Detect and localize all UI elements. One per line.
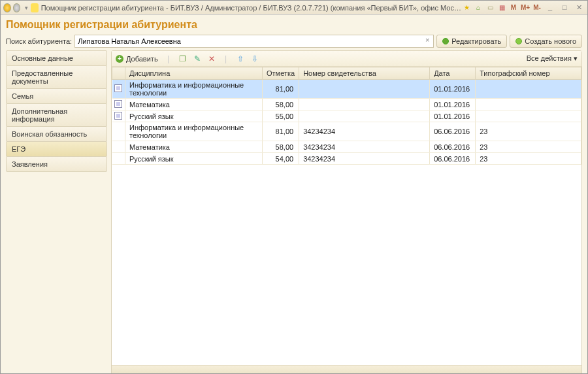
sidebar-item-6[interactable]: Заявления: [6, 156, 107, 172]
cell-mark: 58,00: [263, 99, 299, 110]
sidebar-item-3[interactable]: Дополнительная информация: [6, 103, 107, 127]
sidebar-item-5[interactable]: ЕГЭ: [6, 141, 107, 157]
document-icon: [114, 84, 122, 92]
cell-mark: 55,00: [263, 110, 299, 122]
plus-icon: [515, 38, 522, 44]
col-date[interactable]: Дата: [430, 67, 476, 80]
sidebar-item-4[interactable]: Воинская обязанность: [6, 126, 107, 142]
cell-mark: 81,00: [263, 122, 299, 141]
cell-date: 01.01.2016: [430, 99, 476, 110]
col-cert[interactable]: Номер свидетельства: [299, 67, 430, 80]
edit-button-label: Редактировать: [451, 37, 501, 45]
cell-mark: 58,00: [263, 141, 299, 153]
cell-discipline: Математика: [125, 99, 263, 110]
document-icon: [114, 100, 122, 108]
col-typo[interactable]: Типографский номер: [476, 67, 581, 80]
cell-typo: [476, 110, 581, 122]
row-icon-cell: [112, 80, 125, 99]
add-button-label: Добавить: [126, 55, 158, 63]
cell-discipline: Математика: [125, 141, 263, 153]
search-input[interactable]: [74, 35, 434, 48]
move-down-icon[interactable]: ⇩: [250, 54, 260, 63]
add-button[interactable]: + Добавить: [116, 55, 158, 63]
delete-icon[interactable]: ✕: [206, 54, 217, 63]
cell-mark: 54,00: [263, 153, 299, 165]
content-panel: + Добавить | ❐ ✎ ✕ | ⇧ ⇩ Все действия ▾: [111, 50, 582, 374]
row-icon-cell: [112, 99, 125, 110]
table-row[interactable]: Информатика и информационные технологии8…: [112, 122, 581, 141]
row-icon-cell: [112, 141, 125, 153]
document-icon: [114, 112, 122, 120]
search-row: Поиск абитуриента: × Редактировать Созда…: [6, 35, 582, 48]
toolbar: + Добавить | ❐ ✎ ✕ | ⇧ ⇩ Все действия ▾: [112, 51, 581, 67]
cell-discipline: Информатика и информационные технологии: [125, 122, 263, 141]
add-plus-icon: +: [116, 55, 123, 63]
search-label: Поиск абитуриента:: [6, 37, 72, 45]
cell-date: 06.06.2016: [430, 122, 476, 141]
cell-typo: [476, 80, 581, 99]
table-row[interactable]: Русский язык54,003423423406.06.201623: [112, 153, 581, 165]
col-mark[interactable]: Отметка: [263, 67, 299, 80]
cell-typo: 23: [476, 122, 581, 141]
all-actions-button[interactable]: Все действия ▾: [527, 54, 578, 63]
cell-date: 01.01.2016: [430, 80, 476, 99]
m-minus-icon[interactable]: M-: [532, 3, 542, 12]
copy-icon[interactable]: ❐: [178, 54, 188, 63]
row-icon-cell: [112, 122, 125, 141]
table-wrap[interactable]: Дисциплина Отметка Номер свидетельства Д…: [112, 67, 581, 365]
panel-icon[interactable]: ▭: [485, 3, 495, 12]
cell-date: 06.06.2016: [430, 141, 476, 153]
window-title: Помощник регистрации абитуриента - БИТ.В…: [41, 4, 462, 12]
cell-discipline: Русский язык: [125, 110, 263, 122]
cell-typo: 23: [476, 153, 581, 165]
row-icon-cell: [112, 153, 125, 165]
col-icon[interactable]: [112, 67, 125, 80]
create-new-button[interactable]: Создать нового: [510, 35, 582, 48]
cell-cert: [299, 110, 430, 122]
minimize-button[interactable]: _: [544, 3, 556, 12]
titlebar: ▾ Помощник регистрации абитуриента - БИТ…: [1, 1, 587, 15]
cell-discipline: Информатика и информационные технологии: [125, 80, 263, 99]
create-new-label: Создать нового: [525, 37, 576, 45]
cell-cert: 34234234: [299, 141, 430, 153]
move-up-icon[interactable]: ⇧: [235, 54, 246, 63]
favorite-icon[interactable]: ★: [462, 3, 471, 12]
app-favicon: [31, 3, 38, 12]
table-row[interactable]: Русский язык55,0001.01.2016: [112, 110, 581, 122]
m-icon[interactable]: M: [509, 3, 518, 12]
cell-date: 06.06.2016: [430, 153, 476, 165]
close-button[interactable]: ✕: [573, 3, 585, 12]
content-footer: [112, 365, 581, 374]
system-icon-2[interactable]: [13, 3, 21, 12]
sep-2: |: [221, 54, 231, 63]
table-row[interactable]: Математика58,003423423406.06.201623: [112, 141, 581, 153]
cell-cert: [299, 99, 430, 110]
sidebar-item-0[interactable]: Основные данные: [6, 50, 107, 66]
clear-icon[interactable]: ×: [423, 36, 432, 45]
cell-cert: 34234234: [299, 122, 430, 141]
home-icon[interactable]: ⌂: [474, 3, 483, 12]
dropdown-icon[interactable]: ▾: [25, 5, 28, 11]
sep-1: |: [163, 54, 174, 63]
table-row[interactable]: Математика58,0001.01.2016: [112, 99, 581, 110]
maximize-button[interactable]: □: [559, 3, 570, 12]
sidebar: Основные данныеПредоставленные документы…: [6, 50, 107, 374]
table-row[interactable]: Информатика и информационные технологии8…: [112, 80, 581, 99]
cell-cert: [299, 80, 430, 99]
sidebar-item-1[interactable]: Предоставленные документы: [6, 65, 107, 89]
cell-cert: 34234234: [299, 153, 430, 165]
cell-date: 01.01.2016: [430, 110, 476, 122]
edit-icon[interactable]: ✎: [192, 54, 203, 63]
col-discipline[interactable]: Дисциплина: [125, 67, 263, 80]
cell-discipline: Русский язык: [125, 153, 263, 165]
cell-typo: [476, 99, 581, 110]
sidebar-item-2[interactable]: Семья: [6, 88, 107, 104]
calc-icon[interactable]: ▦: [497, 3, 506, 12]
data-table: Дисциплина Отметка Номер свидетельства Д…: [112, 67, 581, 165]
cell-mark: 81,00: [263, 80, 299, 99]
title-right-icons: ★ ⌂ ▭ ▦ M M+ M- _ □ ✕: [462, 3, 585, 12]
edit-button[interactable]: Редактировать: [436, 35, 507, 48]
pencil-icon: [442, 38, 449, 44]
system-icon-1[interactable]: [3, 3, 11, 12]
m-plus-icon[interactable]: M+: [521, 3, 530, 12]
